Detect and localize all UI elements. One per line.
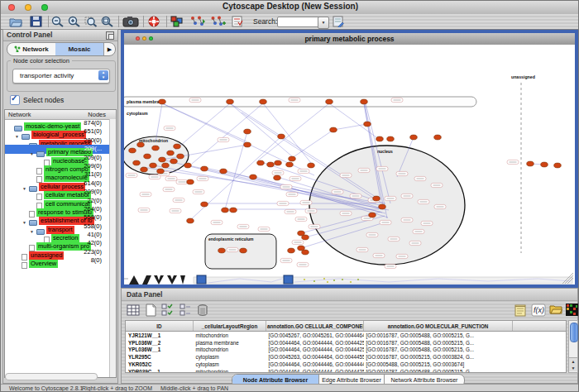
zoom-selected-icon[interactable]: [84, 16, 98, 27]
node-color-selection-group: Node color selection transporter activit…: [7, 60, 116, 92]
control-panel-tabs: Network Mosaic ▶: [7, 42, 116, 56]
status-item: Welcome to Cytoscape 2.8.1: [9, 385, 83, 391]
status-bar: Welcome to Cytoscape 2.8.1Right-click + …: [1, 384, 579, 392]
tree-row[interactable]: ▼transport558(0): [5, 222, 110, 231]
function-builder-icon[interactable]: f(x): [531, 304, 544, 317]
tree-row[interactable]: cell communicat22(0): [5, 197, 110, 205]
zoom-fit-icon[interactable]: [101, 16, 114, 27]
tree-row[interactable]: ▼establishment of lo558(0): [5, 213, 110, 222]
dropdown-stepper-icon: ▲▼: [98, 70, 108, 80]
hide-selected-icon[interactable]: [189, 16, 206, 27]
tree-row[interactable]: nucleobase-209(0): [5, 154, 110, 162]
tree-row[interactable]: macromolecule311(0): [5, 170, 110, 179]
new-attribute-icon[interactable]: [144, 304, 157, 317]
table-row[interactable]: YDR039C__1mitochondrion[GO:0044464, GO:0…: [126, 368, 567, 373]
tree-row[interactable]: cellular metabol209(0): [5, 188, 110, 196]
scrollbar-thumb[interactable]: [570, 323, 578, 342]
main-toolbar: Search: ▼: [1, 14, 579, 30]
snapshot-icon[interactable]: [122, 16, 139, 27]
select-nodes-label: Select nodes: [23, 96, 64, 104]
tab-network[interactable]: Network: [7, 43, 55, 55]
network-view-titlebar[interactable]: primary metabolic process: [124, 33, 575, 45]
open-icon[interactable]: [9, 16, 22, 27]
control-panel-header: Control Panel: [3, 30, 117, 41]
float-panel-icon[interactable]: [106, 31, 114, 40]
network-view-title: primary metabolic process: [124, 35, 575, 43]
table-row[interactable]: YKR052Ccytoplasm[GO:0044464, GO:0044446,…: [126, 361, 567, 368]
title-bar[interactable]: Cytoscape Desktop (New Session): [1, 1, 579, 15]
new-network-icon[interactable]: [210, 16, 227, 27]
tab-overflow-arrow[interactable]: ▶: [103, 43, 115, 55]
cytoscape-window: Cytoscape Desktop (New Session): [0, 0, 579, 392]
control-panel: Control Panel Network Mosaic ▶ Node colo…: [2, 29, 118, 384]
node-color-dropdown[interactable]: transporter activity ▲▼: [12, 69, 110, 84]
svg-text:cytoplasm: cytoplasm: [127, 111, 148, 116]
select-attributes-icon[interactable]: [161, 304, 175, 317]
tree-row[interactable]: ▼metabolic process280(0): [5, 136, 110, 145]
search-config-icon[interactable]: [332, 16, 345, 27]
svg-text:mitochondrion: mitochondrion: [139, 138, 168, 143]
table-row[interactable]: YLR295Ccytoplasm[GO:0045263, GO:0044464,…: [126, 353, 567, 361]
tree-row[interactable]: ▼primary metabo209(...: [5, 145, 110, 153]
tree-row[interactable]: mosaic-demo-yeast874(0): [5, 119, 110, 127]
tree-row[interactable]: nitrogen compo209(0): [5, 162, 110, 170]
network-tab-icon: [14, 44, 21, 50]
svg-text:endoplasmic reticulum: endoplasmic reticulum: [208, 237, 254, 241]
attribute-table-icon[interactable]: [127, 304, 140, 317]
status-item: Right-click + drag to ZOOM: [82, 385, 152, 391]
group-label: Node color selection: [11, 57, 72, 65]
annotation-icon[interactable]: [231, 16, 244, 27]
data-panel-titlebar: Data Panel: [122, 289, 577, 301]
scrollbar-buttons[interactable]: ▲▼: [569, 357, 577, 371]
data-panel: Data Panel f(x) ID_cellularLayoutRegiona…: [121, 288, 578, 384]
tab-mosaic[interactable]: Mosaic: [55, 43, 103, 55]
control-panel-hscrollbar[interactable]: [5, 373, 98, 380]
svg-text:f(x): f(x): [534, 306, 544, 314]
tree-row[interactable]: ▼cellular process614(0): [5, 179, 110, 188]
tree-row[interactable]: ▼biological_process651(0): [5, 127, 110, 136]
notepad-icon[interactable]: [514, 304, 527, 317]
tree-row[interactable]: secretion41(0): [5, 231, 110, 239]
tree-row[interactable]: response to stimulu264(0): [5, 205, 110, 213]
unselect-attributes-icon[interactable]: [179, 304, 192, 317]
tree-row[interactable]: unassigned223(0): [5, 248, 110, 256]
status-item: Middle-click + drag to PAN: [160, 385, 228, 391]
svg-text:nucleus: nucleus: [377, 149, 393, 154]
select-nodes-checkbox[interactable]: [10, 95, 20, 105]
delete-attribute-icon[interactable]: [196, 304, 209, 317]
network-tree-box: Network Nodes mosaic-demo-yeast874(0)▼bi…: [4, 109, 117, 378]
tree-scrollbar[interactable]: [109, 119, 116, 377]
search-label: Search:: [253, 17, 277, 26]
save-icon[interactable]: [30, 16, 43, 27]
window-title: Cytoscape Desktop (New Session): [1, 2, 579, 11]
heatmap-icon[interactable]: [566, 304, 579, 317]
network-tree: mosaic-demo-yeast874(0)▼biological_proce…: [5, 119, 110, 265]
dropdown-value: transporter activity: [20, 72, 74, 79]
help-icon[interactable]: [147, 16, 160, 27]
control-panel-title: Control Panel: [7, 31, 52, 39]
table-row[interactable]: YPL036W__1mitochondrion[GO:0044464, GO:0…: [126, 347, 567, 354]
import-attributes-icon[interactable]: [549, 304, 562, 317]
zoom-in-icon[interactable]: [68, 16, 81, 27]
search-dropdown-icon[interactable]: ▼: [318, 17, 329, 29]
network-canvas[interactable]: plasma membranecytoplasmmitochondrionnuc…: [124, 45, 575, 284]
attribute-table[interactable]: ID_cellularLayoutRegionannotation.GO CEL…: [125, 320, 567, 373]
table-row[interactable]: YJR121W__1mitochondrion[GO:0045267, GO:0…: [126, 332, 567, 339]
tree-row[interactable]: Overview8(0): [5, 256, 110, 265]
data-panel-title: Data Panel: [127, 290, 162, 299]
tree-row[interactable]: multi-organism pro42(0): [5, 239, 110, 247]
table-row[interactable]: YPL036W__2plasma membrane[GO:0044464, GO…: [126, 339, 567, 347]
zoom-out-icon[interactable]: [51, 16, 65, 27]
search-input[interactable]: [277, 17, 322, 27]
svg-text:unassigned: unassigned: [511, 74, 535, 79]
vizmapper-icon[interactable]: [170, 16, 184, 27]
table-scrollbar[interactable]: ▲▼: [568, 320, 578, 373]
network-view-frame: primary metabolic process plasma membran…: [121, 30, 578, 288]
